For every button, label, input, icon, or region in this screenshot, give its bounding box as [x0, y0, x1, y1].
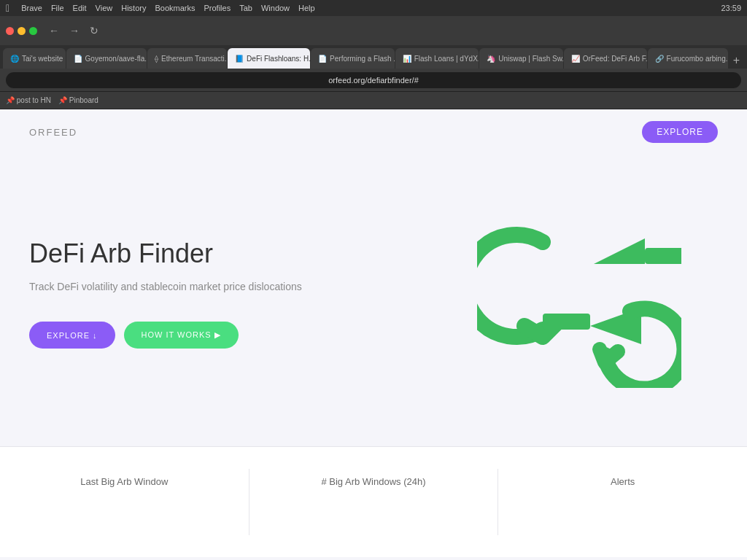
tab-label-4: Performing a Flash ...	[330, 55, 395, 63]
tab-label-6: Uniswap | Flash Sw...	[498, 55, 563, 63]
address-bar-row	[0, 69, 747, 92]
apple-icon: 	[6, 2, 9, 14]
menu-view[interactable]: View	[96, 4, 113, 12]
stat-label-windows-24h: # Big Arb Windows (24h)	[264, 476, 484, 487]
tab-0[interactable]: 🌐 Tai's website ✕	[3, 48, 66, 69]
hero-buttons: EXPLORE ↓ HOW IT WORKS ▶	[29, 322, 441, 349]
browser-toolbar: ← → ↻	[0, 16, 747, 45]
tab-label-1: Goyemon/aave-fla...	[85, 55, 147, 63]
tab-bar: 🌐 Tai's website ✕ 📄 Goyemon/aave-fla... …	[0, 45, 747, 69]
back-button[interactable]: ←	[46, 23, 62, 38]
arb-graphic-svg	[477, 198, 681, 388]
new-tab-button[interactable]: +	[729, 54, 744, 67]
tab-favicon-0: 🌐	[10, 55, 19, 63]
traffic-lights	[6, 27, 37, 35]
menu-profiles[interactable]: Profiles	[204, 4, 231, 12]
forward-button[interactable]: →	[66, 23, 82, 38]
menu-edit[interactable]: Edit	[73, 4, 87, 12]
browser-viewport: ORFEED EXPLORE DeFi Arb Finder Track DeF…	[0, 109, 747, 560]
tab-favicon-5: 📊	[403, 55, 411, 63]
tab-4[interactable]: 📄 Performing a Flash ... ✕	[311, 48, 395, 69]
reload-button[interactable]: ↻	[87, 23, 101, 38]
page-content: ORFEED EXPLORE DeFi Arb Finder Track DeF…	[0, 109, 747, 557]
menu-brave[interactable]: Brave	[21, 4, 42, 12]
tab-favicon-2: ⟠	[155, 55, 158, 63]
menu-window[interactable]: Window	[261, 4, 290, 12]
stat-last-arb: Last Big Arb Window	[0, 469, 249, 535]
tab-favicon-8: 🔗	[655, 55, 664, 63]
os-menu-bar:  Brave File Edit View History Bookmarks…	[0, 0, 747, 16]
hero-section: DeFi Arb Finder Track DeFi volatility an…	[0, 155, 747, 446]
tab-label-2: Ethereum Transacti...	[161, 55, 227, 63]
tab-favicon-7: 📈	[571, 55, 580, 63]
site-navbar: ORFEED EXPLORE	[0, 109, 747, 155]
explore-button[interactable]: EXPLORE ↓	[29, 322, 115, 349]
stat-value-windows-24h	[264, 499, 484, 528]
tab-3[interactable]: 📘 DeFi Flashloans: H... ✕	[228, 48, 310, 69]
clock: 23:59	[721, 4, 741, 12]
site-logo: ORFEED	[29, 127, 77, 138]
address-bar[interactable]	[6, 72, 741, 88]
tab-7[interactable]: 📈 OrFeed: DeFi Arb F... ✕	[564, 48, 647, 69]
tab-favicon-1: 📄	[74, 55, 82, 63]
hero-text: DeFi Arb Finder Track DeFi volatility an…	[29, 238, 441, 349]
stat-value-last-arb	[15, 499, 234, 528]
bookmark-post-hn[interactable]: 📌 post to HN	[6, 96, 51, 104]
tab-favicon-3: 📘	[235, 55, 244, 63]
stat-label-alerts: Alerts	[513, 476, 732, 487]
tab-2[interactable]: ⟠ Ethereum Transacti... ✕	[147, 48, 227, 69]
bookmarks-bar: 📌 post to HN 📌 Pinboard	[0, 92, 747, 109]
close-button[interactable]	[6, 27, 14, 35]
stats-section: Last Big Arb Window # Big Arb Windows (2…	[0, 446, 747, 557]
svg-marker-0	[594, 238, 645, 264]
menu-history[interactable]: History	[121, 4, 146, 12]
tab-label-8: Furucombo arbing...	[667, 55, 728, 63]
tab-label-7: OrFeed: DeFi Arb F...	[583, 55, 647, 63]
svg-rect-1	[645, 248, 681, 264]
tab-favicon-4: 📄	[318, 55, 327, 63]
bookmark-pinboard[interactable]: 📌 Pinboard	[58, 96, 98, 104]
stat-value-alerts	[513, 499, 732, 528]
stat-alerts: Alerts	[498, 469, 747, 535]
tab-label-5: Flash Loans | dYdX...	[414, 55, 479, 63]
tab-favicon-6: 🦄	[487, 55, 495, 63]
stat-label-last-arb: Last Big Arb Window	[15, 476, 234, 487]
tab-label-0: Tai's website	[22, 55, 63, 63]
how-it-works-button[interactable]: HOW IT WORKS ▶	[124, 322, 239, 349]
hero-graphic	[441, 198, 718, 388]
how-it-works-label: HOW IT WORKS ▶	[142, 330, 221, 340]
tab-1[interactable]: 📄 Goyemon/aave-fla... ✕	[66, 48, 147, 69]
svg-rect-3	[543, 314, 590, 330]
tab-5[interactable]: 📊 Flash Loans | dYdX... ✕	[395, 48, 479, 69]
menu-help[interactable]: Help	[298, 4, 315, 12]
fullscreen-button[interactable]	[29, 27, 37, 35]
tab-6[interactable]: 🦄 Uniswap | Flash Sw... ✕	[479, 48, 563, 69]
hero-subtitle: Track DeFi volatility and stablecoin mar…	[29, 281, 441, 292]
minimize-button[interactable]	[18, 27, 26, 35]
tab-label-3: DeFi Flashloans: H...	[247, 55, 310, 63]
menu-file[interactable]: File	[51, 4, 64, 12]
menu-bookmarks[interactable]: Bookmarks	[155, 4, 195, 12]
nav-explore-button[interactable]: EXPLORE	[642, 121, 718, 143]
explore-button-label: EXPLORE ↓	[47, 331, 98, 340]
hero-title: DeFi Arb Finder	[29, 238, 441, 269]
tab-8[interactable]: 🔗 Furucombo arbing... ✕	[648, 48, 728, 69]
menu-tab[interactable]: Tab	[239, 4, 252, 12]
stat-windows-24h: # Big Arb Windows (24h)	[249, 469, 499, 535]
